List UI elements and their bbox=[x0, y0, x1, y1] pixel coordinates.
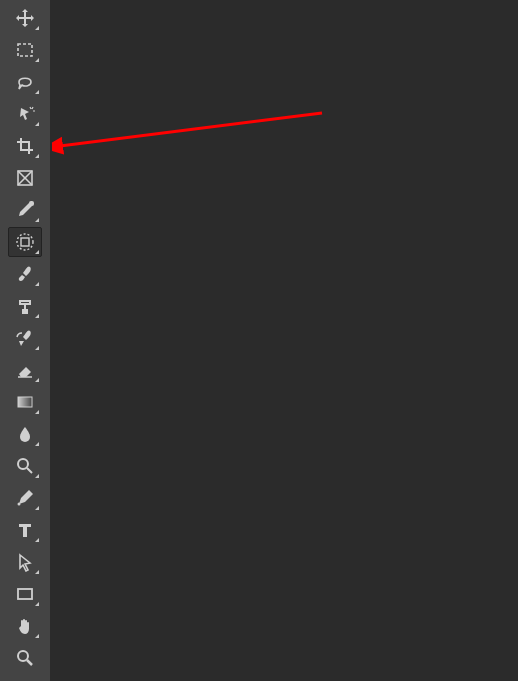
frame-icon bbox=[15, 168, 35, 188]
flyout-indicator-icon bbox=[35, 90, 39, 94]
flyout-indicator-icon bbox=[35, 154, 39, 158]
flyout-indicator-icon bbox=[35, 218, 39, 222]
eyedropper-icon bbox=[15, 200, 35, 220]
flyout-indicator-icon bbox=[35, 58, 39, 62]
dodge-icon bbox=[15, 456, 35, 476]
path-select-tool[interactable] bbox=[8, 547, 42, 577]
pathsel-icon bbox=[15, 552, 35, 572]
arrow-annotation bbox=[52, 0, 518, 681]
pen-tool[interactable] bbox=[8, 483, 42, 513]
spot-healing-tool[interactable] bbox=[8, 227, 42, 257]
dodge-tool[interactable] bbox=[8, 451, 42, 481]
flyout-indicator-icon bbox=[35, 602, 39, 606]
flyout-indicator-icon bbox=[35, 442, 39, 446]
svg-line-1 bbox=[60, 113, 322, 146]
lasso-icon bbox=[15, 72, 35, 92]
flyout-indicator-icon bbox=[35, 410, 39, 414]
flyout-indicator-icon bbox=[35, 250, 39, 254]
flyout-indicator-icon bbox=[35, 314, 39, 318]
type-icon bbox=[15, 520, 35, 540]
eraser-tool[interactable] bbox=[8, 355, 42, 385]
rectangle-tool[interactable] bbox=[8, 579, 42, 609]
clone-stamp-tool[interactable] bbox=[8, 291, 42, 321]
flyout-indicator-icon bbox=[35, 634, 39, 638]
flyout-indicator-icon bbox=[35, 570, 39, 574]
flyout-indicator-icon bbox=[35, 122, 39, 126]
quickselect-icon bbox=[15, 104, 35, 124]
pen-icon bbox=[15, 488, 35, 508]
healing-icon bbox=[15, 232, 35, 252]
type-tool[interactable] bbox=[8, 515, 42, 545]
tools-panel bbox=[0, 0, 52, 681]
frame-tool[interactable] bbox=[8, 163, 42, 193]
hand-tool[interactable] bbox=[8, 611, 42, 641]
quick-select-tool[interactable] bbox=[8, 99, 42, 129]
eraser-icon bbox=[15, 360, 35, 380]
brush-icon bbox=[15, 264, 35, 284]
marquee-icon bbox=[15, 40, 35, 60]
move-icon bbox=[15, 8, 35, 28]
gradient-icon bbox=[15, 392, 35, 412]
blur-tool[interactable] bbox=[8, 419, 42, 449]
clone-icon bbox=[15, 296, 35, 316]
blur-icon bbox=[15, 424, 35, 444]
crop-tool[interactable] bbox=[8, 131, 42, 161]
flyout-indicator-icon bbox=[35, 378, 39, 382]
zoom-icon bbox=[15, 648, 35, 668]
flyout-indicator-icon bbox=[35, 346, 39, 350]
rect-icon bbox=[15, 584, 35, 604]
flyout-indicator-icon bbox=[35, 26, 39, 30]
move-tool[interactable] bbox=[8, 3, 42, 33]
eyedropper-tool[interactable] bbox=[8, 195, 42, 225]
zoom-tool[interactable] bbox=[8, 643, 42, 673]
hand-icon bbox=[15, 616, 35, 636]
history-brush-tool[interactable] bbox=[8, 323, 42, 353]
marquee-tool[interactable] bbox=[8, 35, 42, 65]
flyout-indicator-icon bbox=[35, 474, 39, 478]
flyout-indicator-icon bbox=[35, 538, 39, 542]
gradient-tool[interactable] bbox=[8, 387, 42, 417]
history-icon bbox=[15, 328, 35, 348]
canvas-area[interactable] bbox=[52, 0, 518, 681]
flyout-indicator-icon bbox=[35, 506, 39, 510]
app-root bbox=[0, 0, 518, 681]
crop-icon bbox=[15, 136, 35, 156]
lasso-tool[interactable] bbox=[8, 67, 42, 97]
brush-tool[interactable] bbox=[8, 259, 42, 289]
flyout-indicator-icon bbox=[35, 282, 39, 286]
